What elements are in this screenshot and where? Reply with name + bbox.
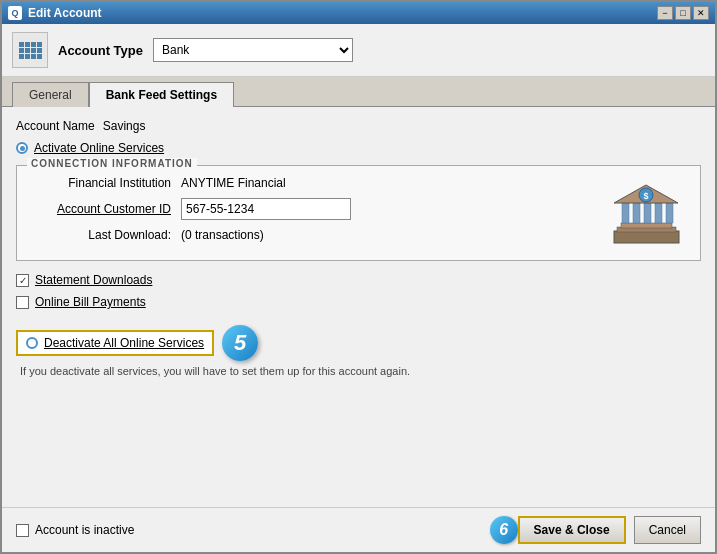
financial-institution-label: Financial Institution <box>31 176 171 190</box>
inactive-row: Account is inactive <box>16 523 134 537</box>
tab-content: Account Name Savings Activate Online Ser… <box>2 106 715 507</box>
svg-rect-6 <box>655 203 662 223</box>
deactivate-label: Deactivate All Online Services <box>44 336 204 350</box>
online-bill-payments-row: Online Bill Payments <box>16 295 701 309</box>
step5-badge: 5 <box>222 325 258 361</box>
deactivate-row: Deactivate All Online Services 5 <box>16 325 701 361</box>
svg-rect-2 <box>621 223 672 228</box>
save-close-button[interactable]: Save & Close <box>518 516 626 544</box>
activate-row: Activate Online Services <box>16 141 701 155</box>
title-bar-left: Q Edit Account <box>8 6 102 20</box>
account-customer-id-label: Account Customer ID <box>31 202 171 216</box>
account-name-row: Account Name Savings <box>16 119 701 133</box>
deactivate-radio[interactable] <box>26 337 38 349</box>
account-type-select[interactable]: Bank Credit Card Cash Other <box>153 38 353 62</box>
online-bill-payments-checkbox[interactable] <box>16 296 29 309</box>
account-customer-id-input[interactable] <box>181 198 351 220</box>
bottom-buttons: 6 Save & Close Cancel <box>490 516 701 544</box>
statement-downloads-row: Statement Downloads <box>16 273 701 287</box>
activate-label: Activate Online Services <box>34 141 164 155</box>
deactivate-radio-area[interactable]: Deactivate All Online Services <box>16 330 214 356</box>
tab-bank-feed[interactable]: Bank Feed Settings <box>89 82 234 107</box>
svg-rect-0 <box>614 231 679 243</box>
connection-fields: Financial Institution ANYTIME Financial … <box>31 176 606 250</box>
bank-building-icon: $ <box>606 180 686 250</box>
last-download-label: Last Download: <box>31 228 171 242</box>
deactivate-info: If you deactivate all services, you will… <box>20 365 701 377</box>
last-download-value: (0 transactions) <box>181 228 264 242</box>
title-bar: Q Edit Account − □ ✕ <box>2 2 715 24</box>
connection-box: CONNECTION INFORMATION Financial Institu… <box>16 165 701 261</box>
statement-downloads-label: Statement Downloads <box>35 273 152 287</box>
account-inactive-label: Account is inactive <box>35 523 134 537</box>
deactivate-section: Deactivate All Online Services 5 If you … <box>16 325 701 377</box>
window-controls: − □ ✕ <box>657 6 709 20</box>
grid-icon <box>19 42 42 59</box>
toolbar: Account Type Bank Credit Card Cash Other <box>2 24 715 77</box>
account-name-label: Account Name <box>16 119 95 133</box>
svg-rect-3 <box>622 203 629 223</box>
online-bill-payments-label: Online Bill Payments <box>35 295 146 309</box>
financial-institution-row: Financial Institution ANYTIME Financial <box>31 176 606 190</box>
account-type-label: Account Type <box>58 43 143 58</box>
content-area: General Bank Feed Settings Account Name … <box>2 77 715 507</box>
save-close-btn-group: 6 Save & Close <box>490 516 626 544</box>
svg-rect-4 <box>633 203 640 223</box>
svg-text:$: $ <box>643 191 648 201</box>
step6-badge: 6 <box>490 516 518 544</box>
svg-rect-7 <box>666 203 673 223</box>
account-name-value: Savings <box>103 119 146 133</box>
toolbar-icon <box>12 32 48 68</box>
bank-svg: $ <box>609 183 684 248</box>
radio-inner <box>20 146 25 151</box>
window-icon: Q <box>8 6 22 20</box>
last-download-row: Last Download: (0 transactions) <box>31 228 606 242</box>
svg-rect-5 <box>644 203 651 223</box>
account-inactive-checkbox[interactable] <box>16 524 29 537</box>
statement-downloads-checkbox[interactable] <box>16 274 29 287</box>
window-title: Edit Account <box>28 6 102 20</box>
connection-title: CONNECTION INFORMATION <box>27 158 197 169</box>
activate-radio[interactable] <box>16 142 28 154</box>
connection-content: Financial Institution ANYTIME Financial … <box>31 176 686 250</box>
minimize-button[interactable]: − <box>657 6 673 20</box>
account-customer-id-row: Account Customer ID <box>31 198 606 220</box>
maximize-button[interactable]: □ <box>675 6 691 20</box>
close-button[interactable]: ✕ <box>693 6 709 20</box>
main-window: Q Edit Account − □ ✕ Account Type Bank C… <box>0 0 717 554</box>
tab-general[interactable]: General <box>12 82 89 107</box>
tabs: General Bank Feed Settings <box>2 77 715 106</box>
financial-institution-value: ANYTIME Financial <box>181 176 286 190</box>
cancel-button[interactable]: Cancel <box>634 516 701 544</box>
bottom-bar: Account is inactive 6 Save & Close Cance… <box>2 507 715 552</box>
